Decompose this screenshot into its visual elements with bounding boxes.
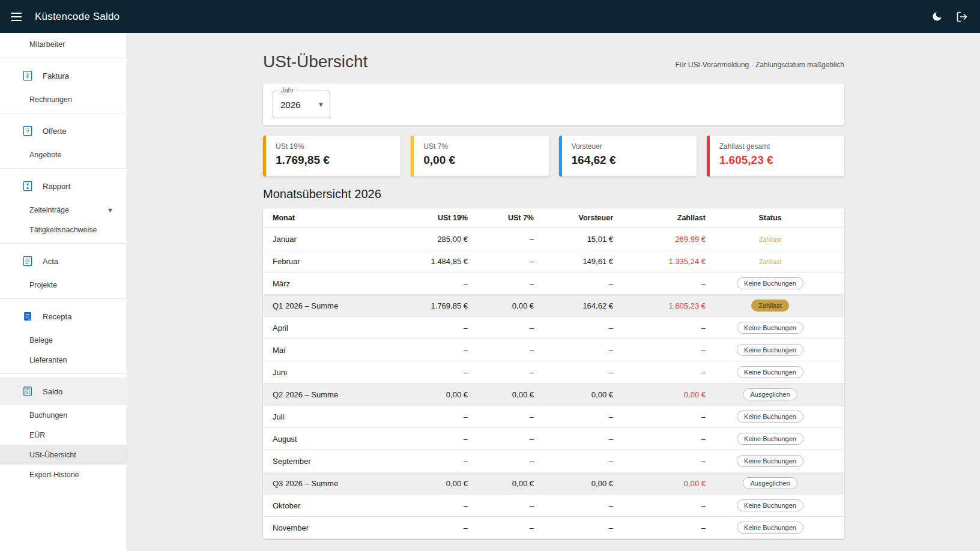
vorsteuer-cell: 164,62 €	[534, 301, 613, 310]
vorsteuer-cell: 149,61 €	[534, 257, 613, 266]
zahllast-cell: –	[613, 501, 706, 510]
summary-card-value: 164,62 €	[572, 154, 687, 167]
status-badge: Ausgeglichen	[743, 477, 797, 489]
ust19-cell: –	[402, 435, 468, 444]
ust7-cell: –	[468, 457, 534, 466]
menu-icon[interactable]	[10, 10, 25, 24]
sidebar-item-belege[interactable]: Belege	[0, 330, 127, 350]
ust7-cell: –	[468, 501, 534, 510]
sidebar-item-zeiteintraege[interactable]: Zeiteinträge▼	[0, 200, 127, 220]
status-cell: Keine Buchungen	[706, 277, 835, 289]
sidebar-item-label: Tätigkeitsnachweise	[29, 226, 97, 234]
month-cell: Januar	[273, 235, 402, 244]
year-select[interactable]: Jahr 2026 ▼	[273, 91, 330, 118]
summary-cards: USt 19%1.769,85 €USt 7%0,00 €Vorsteuer16…	[263, 136, 844, 176]
svg-text:?: ?	[26, 128, 29, 134]
ust7-cell: –	[468, 257, 534, 266]
sidebar-item-angebote[interactable]: Angebote	[0, 145, 127, 164]
svg-text:€: €	[26, 73, 29, 79]
month-cell: November	[273, 523, 402, 532]
summary-card-label: USt 7%	[423, 142, 539, 151]
zahllast-cell: –	[613, 346, 706, 355]
ust7-cell: –	[468, 279, 534, 288]
sidebar-item-projekte[interactable]: Projekte	[0, 275, 127, 295]
sidebar-section-faktura[interactable]: €Faktura	[0, 62, 127, 89]
ust7-cell: –	[468, 235, 534, 244]
year-select-value: 2026	[280, 100, 318, 110]
status-badge: Keine Buchungen	[737, 411, 803, 423]
status-badge: Keine Buchungen	[737, 277, 803, 289]
year-select-label: Jahr	[279, 86, 296, 94]
table-header: MonatUSt 19%USt 7%VorsteuerZahllastStatu…	[263, 208, 844, 228]
sidebar-section-recepta[interactable]: Recepta	[0, 303, 127, 330]
status-badge: Keine Buchungen	[737, 344, 803, 356]
sidebar-item-mitarbeiter[interactable]: Mitarbeiter	[0, 34, 127, 54]
sidebar-section-label: Faktura	[43, 71, 69, 80]
sidebar-item-euer[interactable]: EÜR	[0, 425, 127, 445]
month-cell: Februar	[273, 257, 402, 266]
sidebar-section-saldo[interactable]: Saldo	[0, 378, 127, 405]
ust19-cell: 285,00 €	[402, 235, 468, 244]
sidebar-section-acta[interactable]: Acta	[0, 247, 127, 275]
status-cell: Keine Buchungen	[706, 322, 835, 334]
month-cell: Juli	[273, 412, 402, 421]
table-row-januar: Januar285,00 €–15,01 €269,99 €Zahllast	[263, 228, 844, 250]
sidebar-section-rapport[interactable]: Rapport	[0, 172, 127, 200]
status-badge: Zahllast	[759, 236, 781, 243]
sidebar-item-ust-uebersicht[interactable]: USt-Übersicht	[0, 445, 127, 465]
content-container: USt-Übersicht Für USt-Voranmeldung · Zah…	[263, 33, 844, 539]
invoice-icon: €	[22, 70, 34, 82]
sidebar-item-label: Zeiteinträge	[29, 206, 69, 214]
year-filter-card: Jahr 2026 ▼	[263, 83, 844, 125]
ust7-cell: 0,00 €	[468, 301, 534, 310]
month-cell: August	[273, 435, 402, 444]
monthly-overview-table: MonatUSt 19%USt 7%VorsteuerZahllastStatu…	[263, 208, 844, 539]
table-row-juni: Juni––––Keine Buchungen	[263, 361, 844, 384]
receipts-icon	[22, 310, 34, 322]
summary-card-value: 1.605,23 €	[719, 154, 835, 167]
logout-icon[interactable]	[954, 8, 970, 25]
vorsteuer-cell: –	[534, 368, 613, 377]
status-cell: Zahllast	[706, 300, 835, 312]
vorsteuer-cell: –	[534, 457, 613, 466]
status-badge: Keine Buchungen	[737, 455, 803, 467]
sidebar: Mitarbeiter€FakturaRechnungen?OfferteAng…	[0, 33, 127, 551]
ust19-cell: 0,00 €	[402, 390, 468, 399]
summary-card-ust-19: USt 19%1.769,85 €	[263, 136, 401, 176]
column-header-ust-19: USt 19%	[402, 214, 468, 222]
table-title: Monatsübersicht 2026	[263, 187, 844, 201]
ust19-cell: –	[402, 279, 468, 288]
status-badge: Keine Buchungen	[737, 322, 803, 334]
projects-icon	[22, 255, 34, 267]
status-badge: Keine Buchungen	[737, 499, 803, 511]
table-row-oktober: Oktober––––Keine Buchungen	[263, 495, 844, 517]
zahllast-cell: –	[613, 457, 706, 466]
zahllast-cell: –	[613, 412, 706, 421]
ust7-cell: –	[468, 346, 534, 355]
sidebar-item-export-historie[interactable]: Export-Historie	[0, 465, 127, 484]
sidebar-section-label: Saldo	[43, 387, 62, 396]
sidebar-item-label: Belege	[29, 336, 53, 345]
report-icon	[22, 180, 34, 192]
ust19-cell: 0,00 €	[402, 479, 468, 488]
table-body: Januar285,00 €–15,01 €269,99 €ZahllastFe…	[263, 228, 844, 539]
sidebar-item-rechnungen[interactable]: Rechnungen	[0, 89, 127, 109]
sidebar-item-buchungen[interactable]: Buchungen	[0, 405, 127, 425]
vorsteuer-cell: –	[534, 279, 613, 288]
table-row-april: April––––Keine Buchungen	[263, 317, 844, 339]
main-content: USt-Übersicht Für USt-Voranmeldung · Zah…	[127, 33, 980, 551]
table-row-summary-q3-2026-summe: Q3 2026 – Summe0,00 €0,00 €0,00 €0,00 €A…	[263, 472, 844, 495]
status-cell: Keine Buchungen	[706, 499, 835, 511]
sidebar-item-label: Angebote	[29, 151, 62, 159]
dark-mode-moon-icon[interactable]	[928, 8, 945, 25]
sidebar-section-offerte[interactable]: ?Offerte	[0, 117, 127, 145]
ust19-cell: –	[402, 523, 468, 532]
ust19-cell: –	[402, 457, 468, 466]
ust7-cell: –	[468, 435, 534, 444]
sidebar-item-taetigkeitsnachweise[interactable]: Tätigkeitsnachweise	[0, 220, 127, 239]
month-cell: Q3 2026 – Summe	[273, 479, 402, 488]
status-cell: Keine Buchungen	[706, 411, 835, 423]
sidebar-item-lieferanten[interactable]: Lieferanten	[0, 350, 127, 370]
status-badge: Keine Buchungen	[737, 433, 803, 445]
sidebar-divider	[0, 168, 127, 169]
